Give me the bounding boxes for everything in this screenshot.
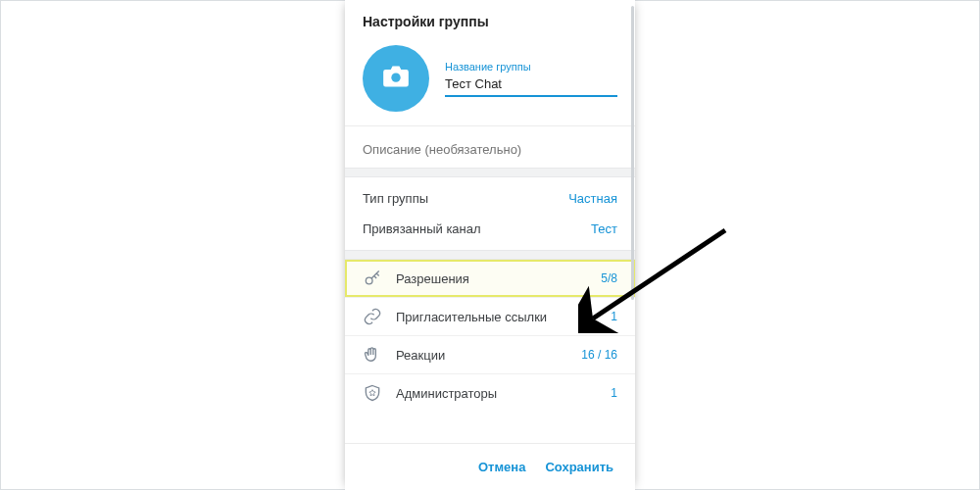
permissions-row[interactable]: Разрешения 5/8 [345,260,635,297]
modal-scroll-area: Настройки группы Название группы [345,0,635,443]
group-type-row[interactable]: Тип группы Частная [345,183,635,214]
save-button[interactable]: Сохранить [545,460,613,474]
camera-icon [382,65,410,92]
svg-point-0 [391,74,400,82]
scrollbar-thumb[interactable] [631,6,634,300]
group-name-label: Название группы [445,61,617,73]
modal-title: Настройки группы [363,14,617,29]
section-divider [345,250,635,260]
permissions-label: Разрешения [396,271,587,286]
linked-channel-value: Тест [591,221,617,236]
group-settings-modal: Настройки группы Название группы [345,0,635,490]
group-type-value: Частная [568,191,617,206]
key-icon [363,269,382,288]
reactions-row[interactable]: Реакции 16 / 16 [345,335,635,373]
invite-links-value: 1 [611,310,617,323]
group-description-row [345,125,635,168]
wave-icon [363,345,382,365]
group-type-label: Тип группы [363,191,428,206]
modal-header: Настройки группы [345,0,635,39]
permissions-value: 5/8 [601,271,617,285]
linked-channel-row[interactable]: Привязанный канал Тест [345,214,635,244]
admins-label: Администраторы [396,386,597,401]
group-name-field: Название группы [445,61,617,97]
group-identity-row: Название группы [345,39,635,125]
admins-row[interactable]: Администраторы 1 [345,373,635,412]
modal-footer: Отмена Сохранить [345,443,635,490]
admins-value: 1 [611,386,617,400]
cancel-button[interactable]: Отмена [478,460,525,474]
reactions-value: 16 / 16 [581,348,617,362]
invite-links-label: Пригласительные ссылки [396,310,597,324]
group-management-menu: Разрешения 5/8 Пригласительные ссылки 1 … [345,260,635,412]
linked-channel-label: Привязанный канал [363,221,481,236]
section-divider [345,168,635,177]
link-icon [363,307,382,326]
svg-point-1 [366,277,372,284]
invite-links-row[interactable]: Пригласительные ссылки 1 [345,297,635,335]
group-info-section: Тип группы Частная Привязанный канал Тес… [345,177,635,250]
group-avatar[interactable] [363,45,429,112]
reactions-label: Реакции [396,348,567,363]
group-name-input[interactable] [445,74,617,97]
shield-icon [363,383,382,403]
group-description-input[interactable] [363,142,617,157]
